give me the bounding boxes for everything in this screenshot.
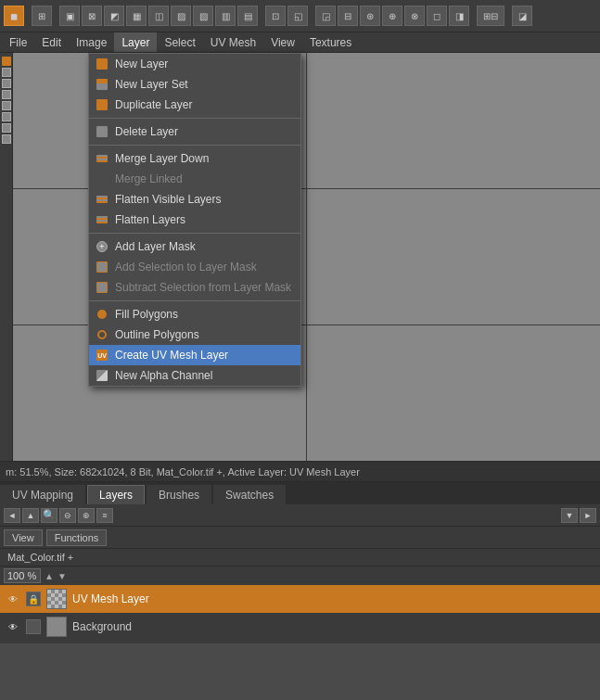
menu-item-new-layer[interactable]: New Layer	[89, 54, 300, 74]
separator-2	[89, 145, 300, 146]
layers-opacity-bar: ▲ ▼	[0, 566, 600, 585]
menu-item-add-mask[interactable]: + Add Layer Mask	[89, 236, 300, 257]
layers-file-label-bar: Mat_Color.tif +	[0, 549, 600, 566]
tool-icon-15[interactable]: ⊟	[338, 6, 358, 26]
nav-down-btn[interactable]: ▼	[561, 508, 578, 523]
toolbar-top: ◼ ⊞ ▣ ⊠ ◩ ▦ ◫ ▨ ▧ ▥ ▤ ⊡ ◱ ◲ ⊟ ⊛ ⊕ ⊗ ◻ ◨ …	[0, 0, 600, 32]
menu-item-merge-down[interactable]: Merge Layer Down	[89, 148, 300, 169]
layers-functions-btn[interactable]: Functions	[46, 529, 108, 546]
nav-left-btn[interactable]: ◄	[4, 508, 20, 523]
layer-eye-icon-2[interactable]: 👁	[6, 619, 20, 634]
layer-row-uv-mesh[interactable]: 👁 🔒 UV Mesh Layer	[0, 585, 600, 613]
tab-layers[interactable]: Layers	[87, 485, 145, 504]
tab-swatches[interactable]: Swatches	[213, 485, 286, 504]
tool-icon-5[interactable]: ◩	[104, 6, 124, 26]
menu-item-fill-poly[interactable]: Fill Polygons	[89, 304, 300, 325]
menu-item-outline-poly[interactable]: Outline Polygons	[89, 325, 300, 345]
tool-icon-1[interactable]: ◼	[4, 6, 24, 26]
flatten-layers-icon	[95, 212, 109, 227]
tool-icon-9[interactable]: ▧	[193, 6, 213, 26]
layer-dropdown-menu: New Layer New Layer Set Duplicate Layer …	[88, 53, 301, 387]
layer-lock-icon-2[interactable]	[26, 619, 41, 634]
layers-view-btn[interactable]: View	[4, 529, 43, 546]
layer-name-2: Background	[72, 620, 132, 633]
left-tool-6[interactable]	[2, 112, 11, 121]
tool-icon-12[interactable]: ⊡	[265, 6, 286, 26]
nav-up-btn[interactable]: ▲	[22, 508, 39, 523]
separator-4	[89, 300, 300, 301]
bottom-tabs: UV Mapping Layers Brushes Swatches	[0, 482, 600, 504]
layer-row-background[interactable]: 👁 Background	[0, 613, 600, 641]
nav-bar: ◄ ▲ 🔍 ⊖ ⊕ ≡ ▼ ►	[0, 504, 600, 527]
canvas-cell-2	[307, 53, 600, 188]
menu-item-new-alpha[interactable]: New Alpha Channel	[89, 365, 300, 386]
menu-textures[interactable]: Textures	[302, 32, 359, 52]
tool-icon-11[interactable]: ▤	[237, 6, 258, 26]
left-tool-5[interactable]	[2, 101, 11, 110]
merge-linked-icon	[95, 172, 109, 186]
canvas-cell-4	[307, 189, 600, 325]
menu-item-delete-layer[interactable]: Delete Layer	[89, 121, 300, 142]
nav-zoom-out-btn[interactable]: ⊖	[59, 508, 76, 523]
menu-file[interactable]: File	[2, 32, 34, 52]
add-sel-mask-icon	[95, 260, 109, 274]
tool-icon-18[interactable]: ⊗	[404, 6, 425, 26]
left-tool-2[interactable]	[2, 68, 11, 77]
menu-layer[interactable]: Layer	[114, 32, 157, 52]
menu-image[interactable]: Image	[69, 32, 114, 52]
menubar: File Edit Image Layer Select UV Mesh Vie…	[0, 32, 600, 53]
separator-3	[89, 233, 300, 234]
menu-item-flatten-layers[interactable]: Flatten Layers	[89, 210, 300, 230]
tab-brushes[interactable]: Brushes	[147, 485, 211, 504]
canvas-cell-6	[307, 325, 600, 461]
left-tool-7[interactable]	[2, 123, 11, 133]
tool-icon-20[interactable]: ◨	[449, 6, 469, 26]
tool-icon-4[interactable]: ⊠	[82, 6, 102, 26]
tool-icon-6[interactable]: ▦	[126, 6, 147, 26]
tab-uv-mapping[interactable]: UV Mapping	[0, 485, 85, 504]
layer-thumb-1	[46, 589, 67, 609]
menu-uvmesh[interactable]: UV Mesh	[203, 32, 263, 52]
tool-icon-2[interactable]: ⊞	[32, 6, 52, 26]
tool-icon-16[interactable]: ⊛	[360, 6, 380, 26]
left-tool-1[interactable]	[2, 57, 11, 66]
left-tool-8[interactable]	[2, 134, 11, 144]
tool-icon-3[interactable]: ▣	[59, 6, 80, 26]
main-area: New Layer New Layer Set Duplicate Layer …	[0, 53, 600, 461]
opacity-arrow-down[interactable]: ▼	[57, 571, 67, 581]
tool-icon-21[interactable]: ⊞⊟	[477, 6, 504, 26]
menu-item-new-layer-set[interactable]: New Layer Set	[89, 74, 300, 95]
tool-icon-17[interactable]: ⊕	[382, 6, 402, 26]
delete-layer-icon	[95, 124, 109, 139]
tool-icon-19[interactable]: ◻	[427, 6, 447, 26]
menu-item-create-uv-mesh[interactable]: UV Create UV Mesh Layer	[89, 345, 300, 365]
new-alpha-icon	[95, 368, 109, 383]
menu-item-duplicate-layer[interactable]: Duplicate Layer	[89, 95, 300, 115]
menu-edit[interactable]: Edit	[34, 32, 69, 52]
nav-menu-btn[interactable]: ≡	[96, 508, 113, 523]
nav-zoom-icon[interactable]: 🔍	[41, 508, 57, 523]
merge-down-icon	[95, 151, 109, 166]
tool-icon-22[interactable]: ◪	[512, 6, 532, 26]
nav-right-btn[interactable]: ►	[580, 508, 596, 523]
menu-select[interactable]: Select	[157, 32, 202, 52]
opacity-arrow-up[interactable]: ▲	[45, 571, 54, 581]
opacity-input[interactable]	[4, 568, 41, 583]
layer-eye-icon-1[interactable]: 👁	[6, 592, 20, 606]
tool-icon-14[interactable]: ◲	[315, 6, 336, 26]
left-tool-4[interactable]	[2, 90, 11, 99]
tool-icon-13[interactable]: ◱	[287, 6, 308, 26]
left-tool-3[interactable]	[2, 79, 11, 88]
tool-icon-8[interactable]: ▨	[171, 6, 191, 26]
nav-zoom-in-btn[interactable]: ⊕	[78, 508, 95, 523]
bottom-panel: UV Mapping Layers Brushes Swatches ◄ ▲ 🔍…	[0, 481, 600, 643]
duplicate-layer-icon	[95, 97, 109, 112]
menu-item-flatten-visible[interactable]: Flatten Visible Layers	[89, 189, 300, 210]
outline-poly-icon	[95, 327, 109, 342]
tool-icon-10[interactable]: ▥	[215, 6, 236, 26]
layer-lock-icon-1[interactable]: 🔒	[26, 592, 41, 606]
tool-icon-7[interactable]: ◫	[148, 6, 169, 26]
sub-sel-mask-icon	[95, 280, 109, 295]
separator-1	[89, 118, 300, 119]
menu-view[interactable]: View	[263, 32, 302, 52]
